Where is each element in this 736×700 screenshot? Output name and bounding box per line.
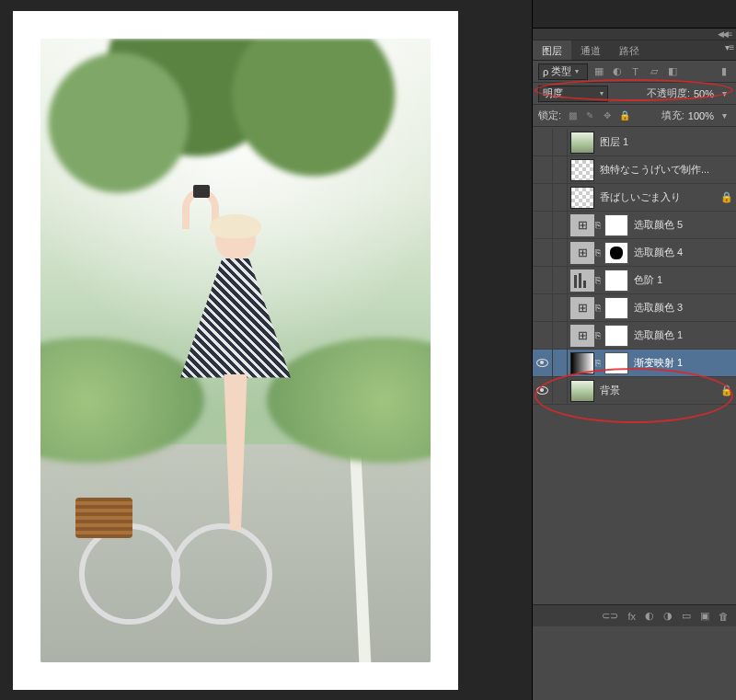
layer-thumb[interactable] xyxy=(570,380,594,402)
layer-row[interactable]: 图层 1 xyxy=(533,129,736,156)
layer-name-label[interactable]: 独特なこうげいで制作... xyxy=(600,163,734,177)
layer-thumb[interactable] xyxy=(570,132,594,154)
layer-lock-column xyxy=(553,377,568,404)
opacity-value[interactable]: 50% xyxy=(694,88,714,99)
visibility-toggle[interactable] xyxy=(533,156,553,183)
eye-icon xyxy=(536,386,548,395)
photo-content xyxy=(40,39,431,662)
layer-mask-thumb[interactable] xyxy=(604,214,628,236)
layer-row[interactable]: ⊞⎘选取颜色 1 xyxy=(533,322,736,350)
mask-link-icon[interactable]: ⎘ xyxy=(594,247,602,258)
layers-list[interactable]: 图层 1独特なこうげいで制作...香ばしいごま入り🔒⊞⎘选取颜色 5⊞⎘选取颜色… xyxy=(533,127,736,604)
lock-label: 锁定: xyxy=(538,109,561,122)
adjustment-icon xyxy=(570,352,594,374)
layer-lock-column xyxy=(553,267,568,293)
visibility-toggle[interactable] xyxy=(533,129,553,155)
layer-lock-column xyxy=(553,212,568,238)
layer-mask-thumb[interactable] xyxy=(604,270,628,292)
fill-value[interactable]: 100% xyxy=(688,110,714,121)
fill-chevron-icon[interactable]: ▾ xyxy=(718,109,730,122)
adjustment-icon: ⊞ xyxy=(570,242,594,264)
blend-mode-select[interactable]: 明度 ▾ xyxy=(538,86,608,102)
layer-name-label[interactable]: 选取颜色 4 xyxy=(634,246,734,259)
layer-name-label[interactable]: 香ばしいごま入り xyxy=(600,190,719,204)
adjustment-icon: ⊞ xyxy=(570,214,594,236)
lock-icon: 🔒 xyxy=(719,191,734,203)
mask-link-icon[interactable]: ⎘ xyxy=(594,358,602,368)
filter-kind-select[interactable]: ρ 类型▾ xyxy=(538,63,588,80)
layers-panel: ◀◀ ≡ 图层 通道 路径 ▾≡ ρ 类型▾ ▦ ◐ T ▱ ◧ ▮ 明度 ▾ … xyxy=(532,0,736,700)
visibility-toggle[interactable] xyxy=(533,184,553,211)
visibility-toggle[interactable] xyxy=(533,377,553,404)
mask-link-icon[interactable]: ⎘ xyxy=(594,275,602,285)
layer-mask-thumb[interactable] xyxy=(604,242,628,264)
tab-layers[interactable]: 图层 xyxy=(533,40,571,60)
lock-fill-row: 锁定: ▩ ✎ ✥ 🔒 填充: 100% ▾ xyxy=(533,105,736,127)
layer-row[interactable]: ⊞⎘选取颜色 3 xyxy=(533,294,736,322)
filter-type-icon[interactable]: T xyxy=(628,64,642,78)
fill-label: 填充: xyxy=(661,109,684,122)
lock-position-icon[interactable]: ✥ xyxy=(600,109,615,122)
visibility-toggle[interactable] xyxy=(533,267,553,293)
layer-row[interactable]: ⊞⎘选取颜色 5 xyxy=(533,212,736,239)
new-layer-icon[interactable]: ▣ xyxy=(700,610,709,622)
filter-kind-label: 类型 xyxy=(551,64,571,78)
adjustment-icon xyxy=(570,270,594,292)
layer-name-label[interactable]: 渐变映射 1 xyxy=(634,356,734,370)
mask-link-icon[interactable]: ⎘ xyxy=(594,220,602,230)
document-canvas[interactable] xyxy=(0,0,532,700)
filter-adjust-icon[interactable]: ◐ xyxy=(610,64,624,78)
visibility-toggle[interactable] xyxy=(533,239,553,266)
layer-name-label[interactable]: 选取颜色 5 xyxy=(634,218,734,232)
layer-lock-column xyxy=(553,184,568,211)
mask-link-icon[interactable]: ⎘ xyxy=(594,330,602,340)
layer-name-label[interactable]: 背景 xyxy=(600,384,719,397)
layer-mask-thumb[interactable] xyxy=(604,325,628,347)
eye-icon xyxy=(536,359,548,367)
new-group-icon[interactable]: ▭ xyxy=(682,610,691,622)
layer-fx-icon[interactable]: fx xyxy=(627,611,636,622)
visibility-toggle[interactable] xyxy=(533,212,553,238)
layer-row[interactable]: ⎘色阶 1 xyxy=(533,267,736,294)
filter-smart-icon[interactable]: ◧ xyxy=(665,64,679,78)
layer-mask-thumb[interactable] xyxy=(604,352,628,374)
tab-channels[interactable]: 通道 xyxy=(571,40,610,60)
layer-name-label[interactable]: 图层 1 xyxy=(600,135,734,149)
tab-paths[interactable]: 路径 xyxy=(610,40,649,60)
delete-layer-icon[interactable]: 🗑 xyxy=(719,611,729,622)
layer-name-label[interactable]: 选取颜色 1 xyxy=(634,328,734,342)
layers-panel-footer: ⊂⊃ fx ◐ ◑ ▭ ▣ 🗑 xyxy=(533,604,736,626)
visibility-toggle[interactable] xyxy=(533,294,553,321)
panel-menu-icon[interactable]: ▾≡ xyxy=(723,40,736,53)
visibility-toggle[interactable] xyxy=(533,322,553,349)
adjustment-icon: ⊞ xyxy=(570,325,594,347)
layer-row[interactable]: 独特なこうげいで制作... xyxy=(533,156,736,184)
filter-pixel-icon[interactable]: ▦ xyxy=(592,64,605,78)
link-layers-icon[interactable]: ⊂⊃ xyxy=(602,610,618,622)
opacity-chevron-icon[interactable]: ▾ xyxy=(718,87,730,100)
layer-thumb[interactable] xyxy=(570,187,594,209)
layer-row[interactable]: 背景🔒 xyxy=(533,377,736,405)
lock-transparent-icon[interactable]: ▩ xyxy=(565,109,580,122)
filter-toggle-icon[interactable]: ▮ xyxy=(717,64,730,78)
lock-icon: 🔒 xyxy=(719,384,734,396)
lock-all-icon[interactable]: 🔒 xyxy=(617,109,632,122)
new-adjustment-icon[interactable]: ◑ xyxy=(663,610,673,622)
panel-grip[interactable]: ◀◀ ≡ xyxy=(533,28,736,40)
layer-name-label[interactable]: 色阶 1 xyxy=(634,273,734,287)
layer-name-label[interactable]: 选取颜色 3 xyxy=(634,301,734,315)
layer-thumb[interactable] xyxy=(570,159,594,181)
layer-lock-column xyxy=(553,322,568,349)
layer-row[interactable]: 香ばしいごま入り🔒 xyxy=(533,184,736,212)
layer-row[interactable]: ⊞⎘选取颜色 4 xyxy=(533,239,736,267)
filter-shape-icon[interactable]: ▱ xyxy=(647,64,661,78)
layer-row[interactable]: ⎘渐变映射 1 xyxy=(533,350,736,377)
add-mask-icon[interactable]: ◐ xyxy=(645,610,654,622)
canvas-frame xyxy=(13,11,458,690)
layer-lock-column xyxy=(553,294,568,321)
layer-mask-thumb[interactable] xyxy=(604,297,628,319)
lock-paint-icon[interactable]: ✎ xyxy=(582,109,597,122)
layer-lock-column xyxy=(553,239,568,266)
visibility-toggle[interactable] xyxy=(533,350,553,376)
mask-link-icon[interactable]: ⎘ xyxy=(594,303,602,313)
